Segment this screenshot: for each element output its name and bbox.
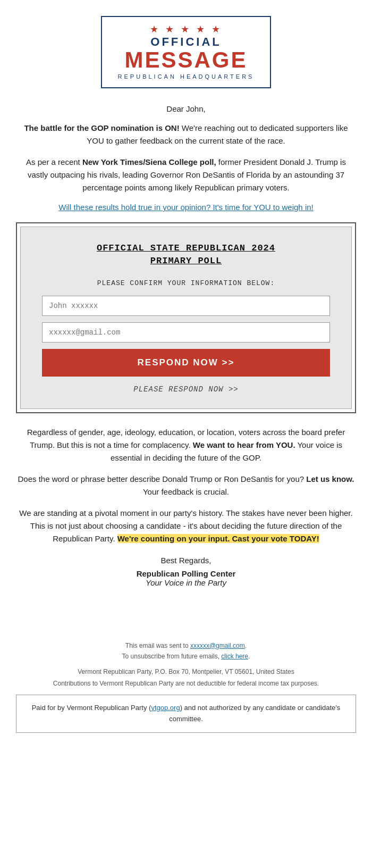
poll-outer-border: OFFICIAL STATE REPUBLICAN 2024 PRIMARY P… xyxy=(16,222,356,413)
p2-bold: New York Times/Siena College poll, xyxy=(82,157,216,166)
footer-address: Vermont Republican Party, P.O. Box 70, M… xyxy=(16,668,356,675)
p1-bold: The battle for the GOP nomination is ON! xyxy=(24,123,179,132)
paragraph-5: We are standing at a pivotal moment in o… xyxy=(16,507,356,545)
name-input[interactable] xyxy=(42,296,330,316)
poll-context-paragraph: As per a recent New York Times/Siena Col… xyxy=(16,156,356,194)
poll-confirm-label: PLEASE CONFIRM YOUR INFORMATION BELOW: xyxy=(42,279,330,287)
stars-decoration: ★ ★ ★ ★ ★ xyxy=(150,24,222,35)
footer-tax-note: Contributions to Vermont Republican Part… xyxy=(16,680,356,687)
p5-highlight: We're counting on your input. Cast your … xyxy=(117,534,319,543)
footer-paid-for: Paid for by Vermont Republican Party (vt… xyxy=(16,695,356,733)
footer-unsubscribe-pre: To unsubscribe from future emails, xyxy=(122,653,222,660)
email-input[interactable] xyxy=(42,322,330,343)
logo-headquarters-text: REPUBLICAN HEADQUARTERS xyxy=(118,73,255,80)
footer-spacer xyxy=(16,608,356,640)
p4-rest: Your feedback is crucial. xyxy=(143,487,229,496)
footer-unsubscribe-link[interactable]: click here xyxy=(221,653,248,660)
footer-email-sent-post: . xyxy=(245,642,247,649)
signature-org-name: Republican Polling Center xyxy=(16,569,356,578)
intro-paragraph: The battle for the GOP nomination is ON!… xyxy=(16,122,356,147)
footer-email-sent-pre: This email was sent to xyxy=(125,642,190,649)
signature-tagline: Your Voice in the Party xyxy=(16,578,356,587)
footer-email-info: This email was sent to xxxxxx@gmail.com.… xyxy=(16,640,356,662)
signature-regards: Best Regards, xyxy=(16,556,356,565)
footer-unsubscribe-post: . xyxy=(248,653,250,660)
poll-respond-note: PLEASE RESPOND NOW >> xyxy=(42,385,330,394)
paragraph-3: Regardless of gender, age, ideology, edu… xyxy=(16,426,356,464)
signature-block: Best Regards, Republican Polling Center … xyxy=(16,556,356,587)
poll-title: OFFICIAL STATE REPUBLICAN 2024 PRIMARY P… xyxy=(42,242,330,268)
footer-paid-link[interactable]: vtgop.org xyxy=(151,704,180,712)
p4-pre: Does the word or phrase better describe … xyxy=(18,474,306,483)
p2-pre: As per a recent xyxy=(26,157,82,166)
footer-paid-rest: ) and not authorized by any candidate or… xyxy=(169,704,340,723)
greeting-text: Dear John, xyxy=(16,104,356,113)
footer-email-link[interactable]: xxxxxx@gmail.com xyxy=(190,642,245,649)
poll-inner-box: OFFICIAL STATE REPUBLICAN 2024 PRIMARY P… xyxy=(20,227,352,409)
respond-now-button[interactable]: RESPOND NOW >> xyxy=(42,349,330,377)
p3-bold: We want to hear from YOU. xyxy=(191,440,295,449)
cta-link-line[interactable]: Will these results hold true in your opi… xyxy=(16,203,356,212)
cta-link[interactable]: Will these results hold true in your opi… xyxy=(58,203,313,212)
logo-message-text: MESSAGE xyxy=(118,49,255,71)
p4-bold: Let us know. xyxy=(306,474,354,483)
paragraph-4: Does the word or phrase better describe … xyxy=(16,473,356,498)
footer-paid-pre: Paid for by Vermont Republican Party ( xyxy=(32,704,151,712)
header-logo: ★ ★ ★ ★ ★ OFFICIAL MESSAGE REPUBLICAN HE… xyxy=(16,16,356,88)
logo-box: ★ ★ ★ ★ ★ OFFICIAL MESSAGE REPUBLICAN HE… xyxy=(101,16,272,88)
